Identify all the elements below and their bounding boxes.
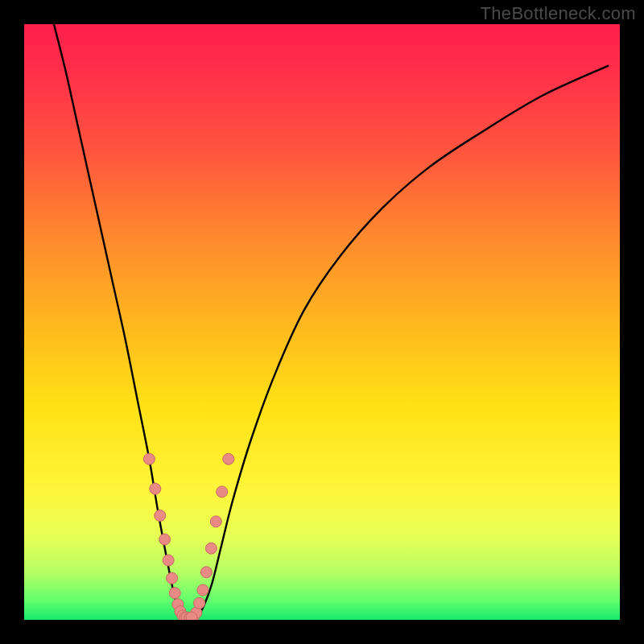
data-marker <box>217 486 228 497</box>
data-marker <box>177 610 188 620</box>
data-marker <box>194 597 205 609</box>
data-marker <box>205 543 217 554</box>
data-marker <box>172 599 184 610</box>
curve-flat-bottom <box>182 617 197 618</box>
data-marker <box>180 612 191 620</box>
data-marker <box>167 572 178 584</box>
chart-frame: TheBottleneck.com <box>0 0 644 644</box>
data-marker <box>175 606 186 617</box>
data-marker <box>169 588 180 599</box>
data-marker <box>155 510 166 522</box>
data-marker <box>186 612 197 620</box>
data-marker <box>184 612 196 620</box>
chart-svg <box>24 24 620 620</box>
data-marker <box>197 584 208 596</box>
data-marker <box>200 567 212 578</box>
data-marker <box>188 612 199 620</box>
curve-curve-right <box>197 66 609 617</box>
data-marker <box>143 453 155 464</box>
data-marker <box>163 555 174 566</box>
data-marker <box>210 516 221 527</box>
plot-area <box>24 24 620 620</box>
watermark-text: TheBottleneck.com <box>481 3 636 24</box>
data-marker <box>191 607 202 618</box>
data-marker <box>181 612 192 620</box>
curve-curve-left <box>54 24 182 617</box>
data-marker <box>159 534 171 545</box>
data-marker <box>223 453 234 464</box>
data-marker <box>150 483 161 494</box>
